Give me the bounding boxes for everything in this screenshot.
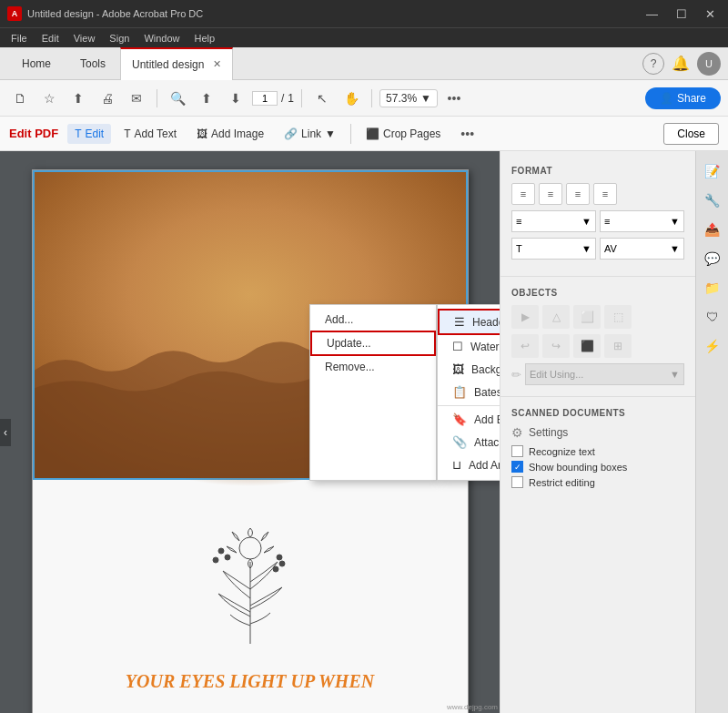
menu-sign[interactable]: Sign bbox=[102, 31, 136, 46]
close-toolbar-btn[interactable]: Close bbox=[663, 123, 719, 145]
menu-file[interactable]: File bbox=[4, 31, 35, 46]
far-right-bar: 📝 🔧 📤 💬 📁 🛡 ⚡ bbox=[695, 151, 728, 713]
add-image-btn[interactable]: 🖼 Add Image bbox=[189, 124, 271, 144]
list-dropdown-1[interactable]: ≡ ▼ bbox=[511, 210, 596, 232]
mail-btn[interactable]: ✉ bbox=[124, 86, 149, 111]
edit-using-row: ✏ Edit Using... ▼ bbox=[511, 363, 684, 385]
attach-label: Attach File bbox=[474, 436, 500, 449]
edit-btn[interactable]: T Edit bbox=[67, 124, 111, 144]
recognize-text-checkbox[interactable] bbox=[511, 445, 523, 457]
submenu-background[interactable]: 🖼 Background ▶ bbox=[438, 358, 500, 381]
print-btn[interactable]: 🖨 bbox=[95, 86, 120, 111]
canvas-area: YOUR EYES LIGHT UP WHEN ‹ › Add... Updat… bbox=[0, 151, 500, 713]
far-right-btn-6[interactable]: 🛡 bbox=[700, 304, 725, 330]
close-btn[interactable]: ✕ bbox=[700, 5, 721, 23]
svg-point-5 bbox=[273, 566, 278, 572]
menu-add[interactable]: Add... bbox=[310, 309, 436, 331]
svg-point-1 bbox=[239, 537, 261, 559]
edit-more-btn[interactable]: ••• bbox=[453, 123, 481, 145]
new-btn[interactable]: 🗋 bbox=[7, 86, 33, 111]
next-page-btn[interactable]: ⬇ bbox=[223, 86, 248, 111]
submenu-article[interactable]: ⊔ Add Article Box bbox=[438, 453, 500, 476]
obj-tool-7[interactable]: ⬛ bbox=[573, 334, 601, 358]
tab-close-btn[interactable]: ✕ bbox=[213, 58, 221, 70]
bounding-boxes-row: ✓ Show bounding boxes bbox=[511, 461, 684, 473]
window-title: Untitled design - Adobe Acrobat Pro DC bbox=[27, 8, 203, 19]
obj-tool-1[interactable]: ▶ bbox=[511, 305, 539, 329]
menu-bar: File Edit View Sign Window Help bbox=[0, 27, 728, 47]
bounding-boxes-checkbox[interactable]: ✓ bbox=[511, 461, 523, 473]
dropdown-arrow-2: ▼ bbox=[670, 216, 680, 227]
far-right-btn-1[interactable]: 📝 bbox=[700, 158, 725, 184]
obj-tool-2[interactable]: △ bbox=[542, 305, 570, 329]
obj-tool-8[interactable]: ⊞ bbox=[604, 334, 632, 358]
align-justify-btn[interactable]: ≡ bbox=[593, 183, 617, 205]
restrict-editing-checkbox[interactable] bbox=[511, 476, 523, 488]
menu-view[interactable]: View bbox=[66, 31, 103, 46]
zoom-dropdown[interactable]: 57.3% ▼ bbox=[379, 89, 438, 107]
dropdown-arrow-1: ▼ bbox=[581, 216, 592, 227]
tab-home[interactable]: Home bbox=[7, 47, 66, 80]
sep1 bbox=[157, 89, 157, 107]
settings-row[interactable]: ⚙ Settings bbox=[511, 425, 684, 440]
window-controls[interactable]: — ☐ ✕ bbox=[641, 5, 721, 23]
more-options-btn[interactable]: ••• bbox=[441, 86, 467, 111]
submenu-watermark[interactable]: ☐ Watermark ▶ bbox=[438, 335, 500, 358]
notification-btn[interactable]: 🔔 bbox=[672, 55, 690, 72]
maximize-btn[interactable]: ☐ bbox=[671, 5, 693, 23]
add-text-btn[interactable]: T Add Text bbox=[116, 124, 184, 144]
crop-pages-btn[interactable]: ⬛ Crop Pages bbox=[359, 124, 448, 144]
menu-edit[interactable]: Edit bbox=[35, 31, 66, 46]
total-pages: 1 bbox=[288, 92, 294, 105]
obj-tool-6[interactable]: ↪ bbox=[542, 334, 570, 358]
minimize-btn[interactable]: — bbox=[641, 5, 663, 23]
flower-drawing bbox=[177, 507, 323, 653]
menu-update[interactable]: Update... bbox=[310, 331, 436, 356]
submenu-header-footer[interactable]: ☰ Header & Footer ▶ bbox=[438, 309, 500, 335]
zoom-out-btn[interactable]: 🔍 bbox=[165, 86, 190, 111]
align-left-btn[interactable]: ≡ bbox=[511, 183, 535, 205]
link-btn[interactable]: 🔗 Link ▼ bbox=[277, 124, 343, 144]
bookmark-btn[interactable]: ☆ bbox=[36, 86, 62, 111]
menu-help[interactable]: Help bbox=[187, 31, 223, 46]
tab-active[interactable]: Untitled design ✕ bbox=[120, 47, 233, 80]
submenu-attach[interactable]: 📎 Attach File bbox=[438, 431, 500, 453]
share-button[interactable]: 👤 Share bbox=[645, 87, 721, 109]
objects-section: OBJECTS ▶ △ ⬜ ⬚ ↩ ↪ ⬛ ⊞ ✏ Edit Using... … bbox=[500, 280, 695, 392]
pencil-icon: ✏ bbox=[511, 368, 521, 382]
submenu-bates[interactable]: 📋 Bates Numbering ▶ bbox=[438, 381, 500, 403]
menu-remove[interactable]: Remove... bbox=[310, 356, 436, 378]
text-dropdown-2[interactable]: AV ▼ bbox=[600, 238, 684, 260]
list-row: ≡ ▼ ≡ ▼ bbox=[511, 210, 684, 232]
far-right-btn-4[interactable]: 💬 bbox=[700, 246, 725, 271]
align-center-btn[interactable]: ≡ bbox=[539, 183, 562, 205]
far-right-btn-5[interactable]: 📁 bbox=[700, 275, 725, 300]
prev-page-arrow[interactable]: ‹ bbox=[0, 419, 11, 446]
obj-tool-4[interactable]: ⬚ bbox=[604, 305, 632, 329]
avatar-btn[interactable]: U bbox=[697, 52, 721, 76]
far-right-btn-2[interactable]: 🔧 bbox=[700, 188, 725, 213]
page-separator: / bbox=[281, 92, 284, 105]
background-label: Background bbox=[471, 363, 500, 376]
far-right-btn-3[interactable]: 📤 bbox=[700, 217, 725, 242]
sidebar-sep-1 bbox=[500, 276, 695, 277]
edit-using-select[interactable]: Edit Using... ▼ bbox=[525, 363, 684, 385]
obj-tool-5[interactable]: ↩ bbox=[511, 334, 539, 358]
tab-tools[interactable]: Tools bbox=[66, 47, 120, 80]
help-button[interactable]: ? bbox=[642, 53, 664, 75]
list-dropdown-2[interactable]: ≡ ▼ bbox=[600, 210, 684, 232]
submenu: ☰ Header & Footer ▶ ☐ Watermark ▶ 🖼 Back… bbox=[437, 304, 500, 481]
align-right-btn[interactable]: ≡ bbox=[566, 183, 590, 205]
select-tool-btn[interactable]: ↖ bbox=[309, 86, 335, 111]
far-right-btn-7[interactable]: ⚡ bbox=[700, 333, 725, 359]
zoom-arrow-icon: ▼ bbox=[420, 92, 431, 105]
obj-tool-3[interactable]: ⬜ bbox=[573, 305, 601, 329]
header-footer-label: Header & Footer bbox=[472, 316, 500, 329]
text-dropdown-1[interactable]: T ▼ bbox=[511, 238, 596, 260]
prev-page-btn[interactable]: ⬆ bbox=[194, 86, 219, 111]
hand-tool-btn[interactable]: ✋ bbox=[339, 86, 364, 111]
menu-window[interactable]: Window bbox=[136, 31, 187, 46]
page-number-input[interactable] bbox=[252, 91, 278, 106]
upload-btn[interactable]: ⬆ bbox=[66, 86, 91, 111]
submenu-bookmark[interactable]: 🔖 Add Bookmark Ctrl+B bbox=[438, 408, 500, 431]
